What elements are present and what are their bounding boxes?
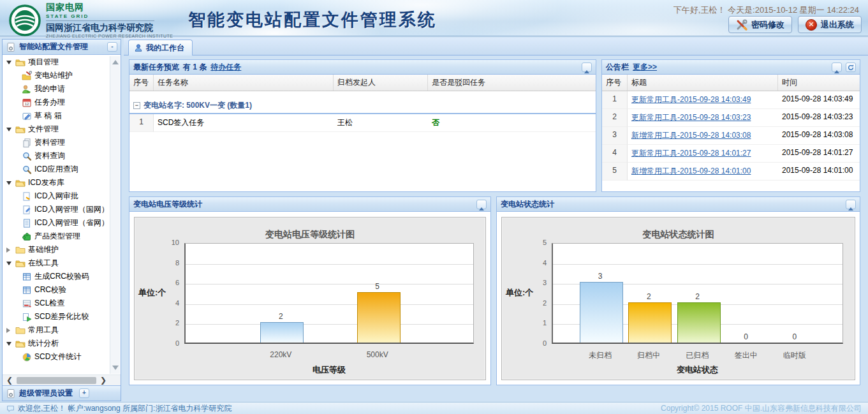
tree-folder[interactable]: 在线工具 (3, 256, 121, 270)
notice-panel-collapse-button[interactable] (832, 63, 842, 72)
sidebar-collapse-button[interactable]: - (107, 42, 117, 52)
tree-item[interactable]: SCD文件统计 (3, 350, 121, 364)
gridline (186, 324, 473, 325)
y-tick-label: 6 (158, 279, 179, 286)
tree-item-label: ICD入网管理（国网） (34, 204, 109, 215)
table-row[interactable]: 2更新常用工具-2015-09-28 14:03:232015-09-28 14… (602, 109, 860, 127)
tree-item-label: 资料查询 (34, 151, 65, 161)
collapse-group-icon[interactable]: − (133, 102, 140, 109)
y-tick-label: 2 (525, 299, 547, 307)
voltage-panel-collapse-button[interactable] (476, 200, 487, 209)
tree-vertical-scrollbar[interactable] (110, 56, 120, 374)
task-panel-collapse-button[interactable] (582, 63, 592, 72)
tree-expander[interactable] (6, 128, 13, 131)
task-count-text: 有 1 条 (183, 62, 207, 73)
tree-expander[interactable] (6, 342, 13, 346)
tree-item[interactable]: 12任务办理 (3, 96, 121, 109)
notice-panel-title: 公告栏 (606, 62, 629, 73)
tree-folder[interactable]: 常用工具 (3, 323, 121, 337)
tree-item[interactable]: 资料管理 (3, 136, 121, 149)
tree-item[interactable]: 我的申请 (3, 82, 121, 96)
bar-value-label: 2 (636, 292, 661, 301)
notice-link[interactable]: 更新常用工具-2015-09-28 14:03:49 (631, 94, 774, 105)
scroll-up-icon[interactable] (112, 60, 119, 64)
tree-item[interactable]: 生成CRC校验码 (3, 270, 121, 283)
tree-item-label: 生成CRC校验码 (34, 271, 89, 282)
table-row[interactable]: 1更新常用工具-2015-09-28 14:03:492015-09-28 14… (602, 91, 860, 109)
tree-expander[interactable] (6, 181, 13, 185)
folder-open-icon (15, 124, 26, 135)
column-header[interactable]: 序号 (129, 75, 154, 91)
column-header[interactable]: 是否是驳回任务 (428, 75, 596, 91)
column-header[interactable]: 标题 (628, 75, 778, 91)
notice-row-number: 2 (602, 109, 628, 127)
tree-folder[interactable]: 文件管理 (3, 122, 121, 136)
tree-item[interactable]: CRC校验 (3, 283, 121, 297)
task-group-row[interactable]: − 变电站名字: 500KV一变 (数量1) (129, 97, 596, 114)
y-axis-label: 单位:个 (138, 287, 179, 299)
scroll-right-icon[interactable]: ❯ (100, 376, 107, 385)
tree-item[interactable]: 资料查询 (3, 149, 121, 163)
notice-row-number: 1 (602, 91, 628, 109)
notice-link[interactable]: 新增常用工具-2015-09-28 14:01:00 (631, 166, 774, 177)
tree-item[interactable]: ICD入网管理（省网） (3, 216, 121, 230)
puzzle-icon (22, 232, 32, 242)
column-header[interactable]: 序号 (602, 75, 628, 91)
tree-folder-label: 基础维护 (28, 244, 59, 255)
y-tick-label: 2 (158, 319, 179, 327)
column-header[interactable]: 任务名称 (154, 75, 334, 91)
tree-horizontal-scrollbar[interactable]: ❮ ❯ (3, 374, 121, 385)
table-row[interactable]: 5新增常用工具-2015-09-28 14:01:002015-09-28 14… (602, 163, 860, 181)
collapse-arrow-icon (584, 63, 589, 73)
tree-folder[interactable]: 基础维护 (3, 243, 121, 256)
tree-item[interactable]: SCD差异化比较 (3, 310, 121, 323)
column-header[interactable]: 归档发起人 (334, 75, 428, 91)
logout-button[interactable]: ✕ 退出系统 (798, 16, 862, 33)
tree-item-label: ICD应用查询 (34, 164, 78, 175)
tab-my-workspace[interactable]: 我的工作台 (128, 40, 193, 55)
notice-link[interactable]: 更新常用工具-2015-09-28 14:03:23 (631, 112, 774, 123)
y-tick-label: 0 (525, 339, 547, 347)
admin-settings-panel[interactable]: 超级管理员设置 + (3, 385, 121, 401)
scroll-down-icon[interactable] (112, 366, 119, 370)
tree-item[interactable]: 变电站维护 (3, 69, 121, 82)
notice-table-header[interactable]: 序号 标题 时间 (602, 75, 860, 91)
notice-refresh-button[interactable] (846, 63, 856, 72)
task-preview-panel: 最新任务预览 有 1 条 待办任务 序号 任务名称 归档发起人 是否是驳回任务 … (129, 59, 596, 192)
admin-expand-button[interactable]: + (79, 388, 89, 398)
scrollbar-thumb[interactable] (17, 377, 96, 384)
tree-item[interactable]: ICD入网管理（国网） (3, 203, 121, 216)
notice-title-cell: 更新常用工具-2015-09-28 14:03:23 (628, 109, 778, 127)
folder-open-icon (15, 57, 26, 68)
tree-expander[interactable] (6, 248, 13, 253)
tree-expander[interactable] (6, 328, 13, 333)
voltage-panel-header: 变电站电压等级统计 (129, 197, 490, 212)
scroll-left-icon[interactable]: ❮ (6, 376, 13, 385)
tree-folder[interactable]: ICD发布库 (3, 176, 121, 189)
tree-item[interactable]: 草 稿 箱 (3, 109, 121, 122)
tree-item[interactable]: 产品类型管理 (3, 230, 121, 243)
column-header[interactable]: 时间 (778, 75, 860, 91)
notice-more-link[interactable]: 更多>> (633, 62, 657, 73)
status-panel-collapse-button[interactable] (846, 200, 856, 209)
notice-link[interactable]: 新增常用工具-2015-09-28 14:03:08 (631, 130, 774, 141)
tree-expander[interactable] (6, 262, 13, 265)
tree-expander[interactable] (6, 61, 13, 64)
tree-folder[interactable]: 项目管理 (3, 55, 121, 69)
tree-folder[interactable]: 统计分析 (3, 337, 121, 350)
notice-table-body: 1更新常用工具-2015-09-28 14:03:492015-09-28 14… (602, 91, 860, 181)
tree-item[interactable]: ICD应用查询 (3, 163, 121, 176)
change-password-button[interactable]: 密码修改 (728, 16, 792, 33)
table-row[interactable]: 3新增常用工具-2015-09-28 14:03:082015-09-28 14… (602, 127, 860, 145)
notice-title-cell: 更新常用工具-2015-09-28 14:03:49 (628, 91, 778, 109)
notice-link[interactable]: 更新常用工具-2015-09-28 14:01:27 (631, 148, 774, 159)
sidebar-header[interactable]: 智能站配置文件管理 - (3, 40, 121, 55)
tree-item[interactable]: SCL检查 (3, 297, 121, 310)
table-row[interactable]: 4更新常用工具-2015-09-28 14:01:272015-09-28 14… (602, 145, 860, 163)
pending-tasks-link[interactable]: 待办任务 (210, 62, 241, 73)
notice-time-cell: 2015-09-28 14:01:27 (778, 145, 860, 163)
tab-label: 我的工作台 (146, 43, 184, 54)
table-row[interactable]: 1SCD签入任务王松否 (129, 114, 596, 132)
task-table-header[interactable]: 序号 任务名称 归档发起人 是否是驳回任务 (129, 75, 596, 91)
tree-item[interactable]: ICD入网审批 (3, 189, 121, 203)
